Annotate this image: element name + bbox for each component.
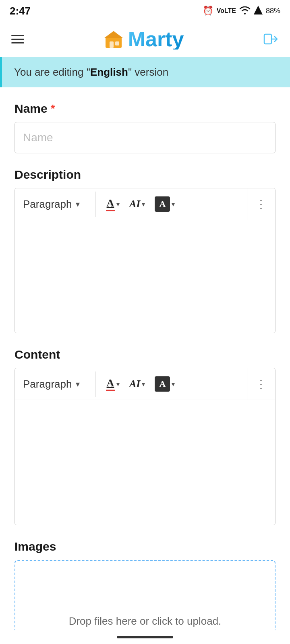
description-editor-body[interactable] (15, 220, 275, 333)
description-paragraph-dropdown[interactable]: Paragraph ▾ (15, 192, 95, 217)
content-font-bg-icon: A (155, 376, 170, 392)
content-more-icon: ⋮ (255, 378, 267, 391)
banner-prefix: You are editing (14, 66, 87, 78)
paragraph-label: Paragraph (23, 198, 72, 211)
required-indicator: * (51, 102, 55, 115)
content-more-button[interactable]: ⋮ (247, 373, 275, 396)
font-color-icon: A (106, 197, 115, 211)
images-label: Images (14, 540, 276, 553)
logo-text: Marty (128, 29, 184, 50)
upload-text: Drop files here or click to upload. (69, 615, 222, 627)
wifi-icon (239, 6, 251, 17)
battery-indicator: 88% (266, 7, 280, 15)
status-icons: ⏰ VoLTE 88% (203, 6, 280, 17)
name-input[interactable] (14, 122, 276, 153)
content-label: Content (14, 348, 276, 361)
description-more-button[interactable]: ⋮ (247, 193, 275, 216)
svg-marker-0 (254, 6, 263, 14)
description-toolbar: Paragraph ▾ A ▾ AI ▾ (15, 188, 275, 220)
banner-suffix: version (132, 66, 168, 78)
description-section: Description Paragraph ▾ A ▾ (14, 168, 276, 333)
logo: Marty (103, 29, 184, 50)
content-toolbar: Paragraph ▾ A ▾ AI ▾ (15, 368, 275, 400)
content-editor: Paragraph ▾ A ▾ AI ▾ (14, 368, 276, 525)
content-font-size-chevron: ▾ (142, 380, 145, 388)
font-size-chevron: ▾ (142, 200, 145, 208)
content-font-color-icon: A (106, 377, 115, 391)
images-section: Images Drop files here or click to uploa… (14, 540, 276, 640)
font-size-icon: AI (129, 198, 140, 210)
description-toolbar-icons: A ▾ AI ▾ A ▾ (95, 188, 247, 220)
content-section: Content Paragraph ▾ A ▾ (14, 348, 276, 525)
description-font-color-button[interactable]: A ▾ (102, 194, 124, 215)
svg-rect-3 (110, 41, 114, 48)
description-label: Description (14, 168, 276, 182)
edit-banner: You are editing "English" version (0, 57, 290, 87)
volte-icon: VoLTE (217, 7, 236, 14)
status-time: 2:47 (10, 5, 31, 17)
more-icon: ⋮ (255, 198, 267, 211)
banner-quote-close: " (128, 66, 132, 78)
alarm-icon: ⏰ (203, 6, 213, 16)
header: Marty (0, 21, 290, 57)
banner-quote-open: " (87, 66, 90, 78)
content-font-size-button[interactable]: AI ▾ (125, 375, 149, 393)
content-font-bg-chevron: ▾ (172, 380, 175, 388)
home-indicator (117, 636, 173, 638)
description-font-size-button[interactable]: AI ▾ (125, 195, 149, 213)
svg-rect-4 (115, 41, 119, 45)
content-font-bg-button[interactable]: A ▾ (151, 373, 179, 395)
menu-button[interactable] (11, 35, 24, 43)
description-editor: Paragraph ▾ A ▾ AI ▾ (14, 188, 276, 333)
logo-icon (103, 30, 124, 48)
content-font-color-chevron: ▾ (116, 380, 120, 388)
content-editor-body[interactable] (15, 400, 275, 525)
content-paragraph-label: Paragraph (23, 378, 72, 390)
svg-rect-5 (264, 34, 271, 44)
content-font-color-button[interactable]: A ▾ (102, 374, 124, 394)
main-content: Name * Description Paragraph ▾ A (0, 87, 290, 644)
name-section: Name * (14, 102, 276, 153)
font-bg-icon: A (155, 196, 170, 212)
description-font-bg-button[interactable]: A ▾ (151, 193, 179, 215)
name-label: Name * (14, 102, 276, 116)
status-bar: 2:47 ⏰ VoLTE 88% (0, 0, 290, 21)
font-color-chevron: ▾ (116, 200, 120, 208)
signal-icon (254, 6, 263, 17)
banner-language: English (90, 66, 128, 78)
content-toolbar-icons: A ▾ AI ▾ A ▾ (95, 368, 247, 400)
font-bg-chevron: ▾ (172, 200, 175, 208)
image-upload-area[interactable]: Drop files here or click to upload. (14, 560, 276, 640)
content-paragraph-chevron: ▾ (76, 379, 80, 389)
content-paragraph-dropdown[interactable]: Paragraph ▾ (15, 372, 95, 397)
logout-icon[interactable] (263, 31, 279, 47)
paragraph-chevron: ▾ (76, 199, 80, 209)
svg-marker-2 (104, 31, 123, 38)
content-font-size-icon: AI (129, 378, 140, 390)
bottom-bar (0, 630, 290, 644)
